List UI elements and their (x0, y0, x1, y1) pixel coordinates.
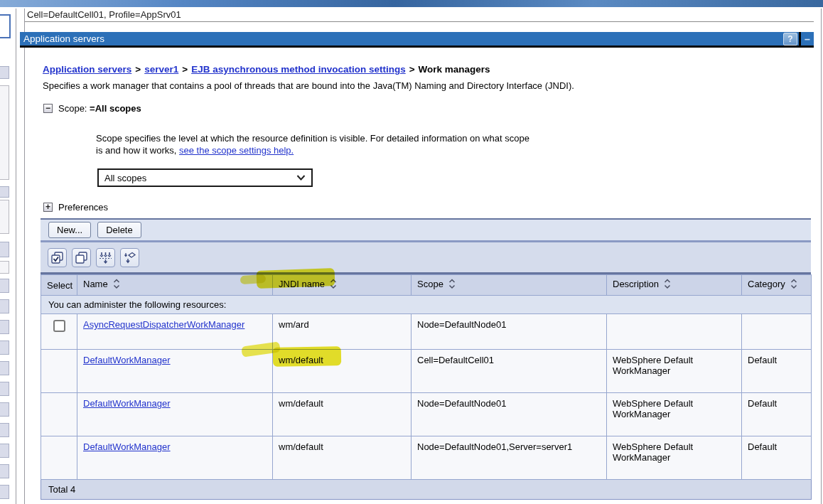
page-description: Specifies a work manager that contains a… (43, 80, 768, 91)
work-managers-table: SelectNameJNDI nameScopeDescriptionCateg… (41, 274, 812, 500)
table-row: DefaultWorkManagerwm/defaultNode=Default… (41, 436, 812, 480)
console-banner (0, 0, 823, 7)
select-all-icon[interactable] (48, 248, 67, 267)
sort-icon[interactable] (448, 278, 456, 292)
breadcrumb-separator: > (182, 64, 188, 75)
help-button[interactable]: ? (783, 33, 797, 45)
column-header-description: Description (607, 275, 742, 296)
nav-splitter-line (16, 9, 16, 504)
action-toolbar: New... Delete (41, 218, 811, 242)
work-manager-link[interactable]: AsyncRequestDispatcherWorkManager (83, 319, 244, 330)
content-right-border (821, 9, 822, 504)
name-cell: DefaultWorkManager (77, 436, 273, 480)
work-managers-collection: New... Delete (41, 218, 811, 500)
nav-fragment (0, 444, 9, 458)
name-cell: DefaultWorkManager (77, 350, 273, 393)
column-header-label: Select (47, 280, 72, 291)
name-cell: DefaultWorkManager (77, 393, 273, 436)
work-manager-link[interactable]: DefaultWorkManager (83, 441, 171, 452)
description-cell: WebSphere Default WorkManager (607, 393, 742, 436)
nav-fragment (0, 279, 9, 293)
context-divider (25, 21, 814, 22)
select-cell (41, 314, 77, 350)
icon-toolbar (41, 242, 811, 274)
nav-fragment (0, 341, 9, 355)
select-cell (41, 393, 77, 436)
sort-icon[interactable] (790, 278, 797, 292)
preferences-label: Preferences (58, 202, 108, 213)
jndi-cell: wm/default (273, 393, 412, 436)
work-manager-link[interactable]: DefaultWorkManager (83, 355, 171, 365)
nav-fragment (0, 423, 9, 437)
nav-fragment (0, 361, 9, 375)
sort-icon[interactable] (330, 278, 337, 292)
scope-cell: Node=DefaultNode01 (412, 393, 607, 436)
scope-cell: Node=DefaultNode01 (412, 314, 607, 350)
portlet-titlebar: Application servers ? – (20, 32, 814, 48)
column-header-label: Name (83, 279, 108, 289)
admin-note-row: You can administer the following resourc… (41, 296, 812, 314)
column-header-category: Category (742, 275, 812, 296)
category-cell: Default (742, 350, 812, 393)
nav-fragment (0, 242, 9, 257)
nav-fragment (0, 320, 9, 334)
nav-fragment (0, 382, 9, 396)
jndi-cell: wm/default (273, 436, 412, 480)
admin-note: You can administer the following resourc… (41, 296, 812, 314)
column-header-name: Name (77, 275, 273, 296)
deselect-all-icon[interactable] (72, 248, 91, 267)
preferences-section: + Preferences (43, 202, 108, 213)
nav-fragment (0, 485, 9, 499)
table-header-row: SelectNameJNDI nameScopeDescriptionCateg… (41, 275, 812, 296)
scope-help-text: Scope specifies the level at which the r… (96, 132, 529, 156)
description-cell (607, 314, 742, 350)
breadcrumb: Application servers>server1>EJB asynchro… (43, 64, 490, 75)
scope-select-value: All scopes (104, 173, 146, 183)
sort-icon[interactable] (664, 278, 671, 292)
content-left-border (24, 9, 25, 504)
delete-button[interactable]: Delete (97, 222, 141, 238)
scope-settings-help-link[interactable]: see the scope settings help. (179, 145, 294, 156)
context-bar: Cell=DefaultCell01, Profile=AppSrv01 (27, 9, 181, 20)
breadcrumb-link[interactable]: EJB asynchronous method invocation setti… (191, 64, 406, 75)
row-checkbox[interactable] (53, 320, 65, 332)
total-row: Total 4 (41, 480, 812, 500)
nav-fragment (0, 299, 9, 313)
show-filter-icon[interactable] (96, 248, 115, 267)
nav-fragment (0, 186, 9, 198)
breadcrumb-separator: > (135, 64, 141, 75)
sort-icon[interactable] (113, 278, 120, 292)
table-row: DefaultWorkManagerwm/defaultCell=Default… (41, 350, 812, 393)
column-header-jndi-name: JNDI name (273, 275, 412, 296)
category-cell: Default (742, 436, 812, 480)
jndi-cell: wm/ard (273, 314, 412, 350)
column-header-label: Category (748, 279, 785, 289)
description-cell: WebSphere Default WorkManager (607, 350, 742, 393)
nav-fragment (0, 14, 11, 38)
nav-fragment (0, 85, 9, 180)
nav-fragment (0, 464, 9, 478)
scope-select[interactable]: All scopes (97, 168, 313, 187)
nav-fragment (0, 200, 9, 234)
expand-icon[interactable]: + (43, 203, 53, 212)
new-button[interactable]: New... (48, 222, 91, 238)
table-row: DefaultWorkManagerwm/defaultNode=Default… (41, 393, 812, 436)
column-header-label: JNDI name (279, 279, 325, 289)
work-manager-link[interactable]: DefaultWorkManager (83, 398, 171, 409)
breadcrumb-link[interactable]: server1 (144, 64, 178, 75)
portlet-title: Application servers (23, 33, 104, 44)
breadcrumb-current: Work managers (419, 64, 490, 75)
collapse-icon[interactable]: − (43, 104, 53, 113)
breadcrumb-link[interactable]: Application servers (43, 64, 131, 75)
category-cell (742, 314, 812, 350)
minimize-button[interactable]: – (799, 32, 814, 45)
scope-label: Scope: =All scopes (58, 103, 141, 114)
scope-value: =All scopes (90, 103, 141, 114)
description-cell: WebSphere Default WorkManager (607, 436, 742, 480)
name-cell: AsyncRequestDispatcherWorkManager (77, 314, 273, 350)
category-cell: Default (742, 393, 812, 436)
scope-cell: Node=DefaultNode01,Server=server1 (412, 436, 607, 480)
select-cell (41, 350, 77, 393)
column-header-scope: Scope (412, 275, 607, 296)
clear-filter-icon[interactable] (120, 248, 139, 267)
